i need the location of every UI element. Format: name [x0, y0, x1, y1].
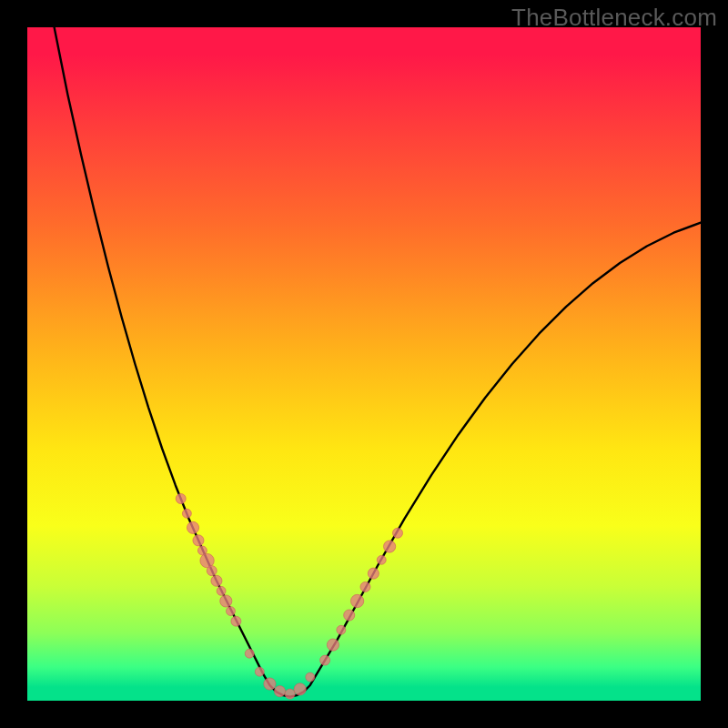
curve-svg: [27, 27, 701, 701]
marker-dot: [320, 655, 330, 665]
marker-dot: [176, 494, 186, 504]
marker-dot: [294, 683, 306, 695]
marker-dot: [384, 541, 396, 552]
marker-dot: [306, 672, 315, 682]
marker-dot: [368, 568, 379, 579]
marker-dot: [220, 595, 232, 607]
marker-dot: [393, 528, 403, 538]
watermark-text: TheBottleneck.com: [511, 4, 717, 32]
marker-dot: [187, 521, 198, 533]
marker-dot: [327, 639, 339, 651]
chart-frame: TheBottleneck.com: [0, 0, 728, 728]
marker-dot: [350, 594, 363, 607]
data-markers: [176, 494, 402, 700]
marker-dot: [344, 610, 355, 621]
marker-dot: [227, 607, 236, 616]
marker-dot: [285, 689, 295, 699]
marker-dot: [211, 575, 222, 586]
marker-dot: [274, 686, 285, 697]
marker-dot: [217, 586, 226, 595]
bottleneck-curve: [55, 27, 701, 697]
marker-dot: [337, 625, 346, 634]
marker-dot: [360, 581, 370, 592]
marker-dot: [182, 509, 191, 518]
plot-area: [27, 27, 701, 701]
marker-dot: [193, 535, 204, 546]
marker-dot: [255, 667, 264, 676]
marker-dot: [377, 555, 386, 564]
marker-dot: [231, 616, 241, 626]
marker-dot: [207, 566, 217, 576]
marker-dot: [264, 678, 276, 690]
marker-dot: [245, 649, 254, 658]
